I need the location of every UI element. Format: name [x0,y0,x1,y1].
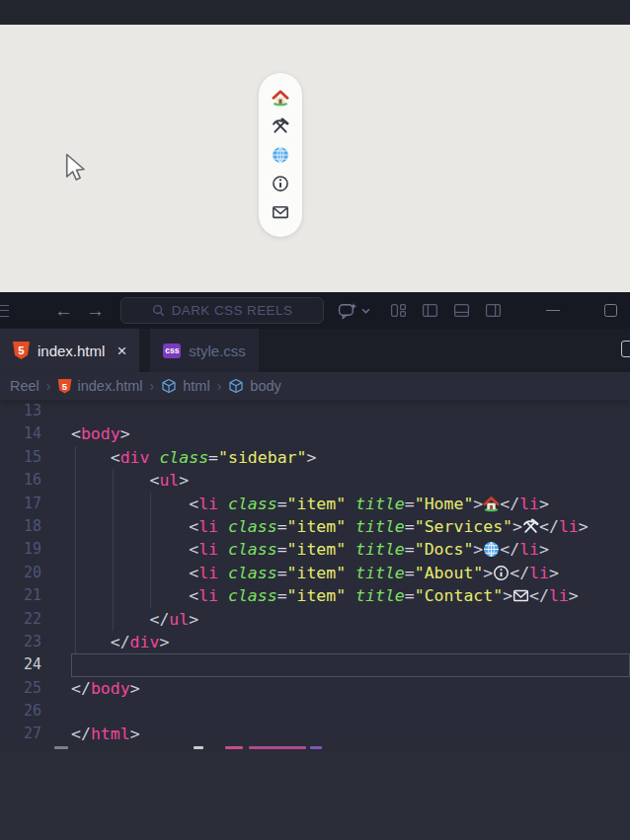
tab-index-html[interactable]: 5index.html× [0,329,139,372]
toggle-secondary-sidebar-button[interactable] [485,302,502,319]
breadcrumb-item-Reel[interactable]: Reel [10,378,39,394]
code-editor[interactable]: 1314<body>15 <div class="sidebar">16 <ul… [0,400,630,746]
token-str: "About" [415,564,484,582]
token-punct: > [189,610,198,629]
token-plain [218,564,228,582]
code-text: <li class="item" title="Services"></li> [71,515,630,538]
token-attr: class [228,495,277,513]
token-punct: </ [539,517,559,536]
token-attr: title [355,517,405,536]
token-punct: < [71,540,198,559]
code-line[interactable]: 27</html> [0,723,630,745]
token-plain [346,586,355,605]
token-str: "item" [287,540,347,559]
breadcrumb-label: index.html [78,378,143,394]
line-number: 16 [0,469,41,492]
preview-sidebar [259,73,302,237]
render-artifact [0,746,630,750]
tools-icon [272,117,289,135]
token-punct: </ [71,679,91,698]
token-punct: </ [500,540,519,559]
token-attr: class [228,564,277,582]
sidebar-item-home[interactable] [271,88,290,108]
code-line[interactable]: 14<body> [0,422,630,445]
code-text: </body> [71,677,630,700]
token-punct: > [539,495,549,513]
tab-style-css[interactable]: cssstyle.css [150,329,259,372]
token-punct: > [503,586,512,605]
token-tag: div [130,633,160,651]
code-text: </html> [71,723,630,745]
customize-layout-button[interactable] [390,302,407,319]
code-line[interactable]: 15 <div class="sidebar"> [0,446,630,469]
token-punct: > [159,633,169,651]
line-number: 26 [0,700,41,723]
token-tag: div [120,448,150,467]
sidebar-item-docs[interactable] [271,145,290,165]
mouse-cursor-icon [63,153,87,183]
code-line[interactable]: 24 [0,653,630,676]
token-punct: < [71,586,198,605]
symbol-cube-icon [161,378,177,394]
token-tag: ul [169,610,189,629]
token-punct: > [483,564,493,582]
token-tag: li [519,495,539,513]
line-number: 15 [0,446,41,469]
tab-bar: 5index.html×cssstyle.css [0,329,630,372]
token-tag: body [81,424,120,443]
maximize-button[interactable] [604,304,617,317]
copilot-button[interactable] [338,302,370,320]
toggle-primary-sidebar-button[interactable] [422,302,438,319]
token-plain [346,540,355,559]
menu-icon[interactable] [0,305,9,317]
token-punct: </ [71,610,169,629]
line-number: 19 [0,538,41,561]
forward-button[interactable]: → [86,301,105,320]
token-punct: < [71,495,198,513]
code-line[interactable]: 22 </ul> [0,608,630,631]
mail-icon [512,586,529,605]
token-punct: > [512,517,522,536]
token-str: "item" [287,517,347,536]
code-line[interactable]: 21 <li class="item" title="Contact"></li… [0,584,630,607]
code-line[interactable]: 16 <ul> [0,469,630,492]
token-plain [346,495,355,513]
breadcrumb-label: body [250,378,280,394]
sidebar-item-about[interactable] [271,174,290,193]
search-icon [152,304,165,317]
sidebar-item-contact[interactable] [271,202,290,222]
back-button[interactable]: ← [54,301,73,320]
code-line[interactable]: 25</body> [0,677,630,700]
code-line[interactable]: 18 <li class="item" title="Services"></l… [0,515,630,538]
token-punct: < [71,564,198,582]
info-icon [272,175,289,192]
code-line[interactable]: 13 [0,400,630,422]
close-icon[interactable]: × [117,343,126,359]
code-text: <li class="item" title="Contact"></li> [71,584,630,607]
sidebar-item-services[interactable] [271,116,290,136]
breadcrumb-item-html[interactable]: html [161,378,209,394]
code-line[interactable]: 19 <li class="item" title="Docs"></li> [0,538,630,561]
token-punct: > [569,586,579,605]
token-tag: html [91,725,130,743]
home-icon [483,495,500,513]
toggle-panel-button[interactable] [453,302,470,319]
html5-icon: 5 [58,379,72,394]
code-line[interactable]: 23 </div> [0,631,630,653]
split-editor-icon[interactable] [621,341,630,357]
minimize-button[interactable] [546,310,560,312]
breadcrumb-item-index-html[interactable]: 5index.html [58,378,143,394]
token-str: "Contact" [415,586,503,605]
breadcrumb-separator: › [150,378,155,394]
code-line[interactable]: 20 <li class="item" title="About"></li> [0,562,630,584]
token-punct: > [473,540,483,559]
code-line[interactable]: 26 [0,700,630,723]
breadcrumb-label: html [183,378,209,394]
code-line[interactable]: 17 <li class="item" title="Home"></li> [0,493,630,515]
token-eq: = [277,495,287,513]
code-text: <ul> [71,469,630,492]
command-center-search[interactable]: DARK CSS REELS [120,297,324,324]
mail-icon [272,203,289,221]
breadcrumb-item-body[interactable]: body [228,378,280,394]
html5-icon: 5 [13,342,30,359]
